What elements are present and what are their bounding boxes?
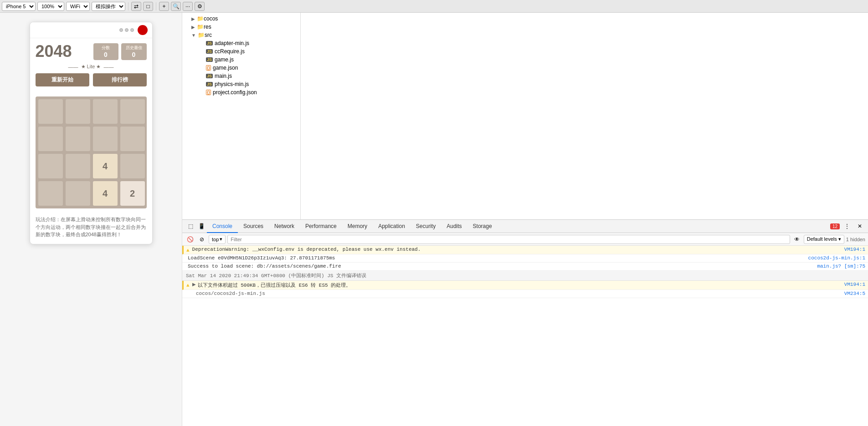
cell-0-2 (93, 99, 118, 124)
chevron-src: ▼ (191, 33, 196, 38)
tab-performance[interactable]: Performance (300, 219, 342, 233)
devtools-more-icon[interactable]: ⋮ (842, 221, 853, 232)
console-toolbar: 🚫 ⊘ top ▾ 👁 Default levels ▾ 1 hidden (182, 233, 868, 246)
game-buttons: 重新开始 排行榜 (36, 73, 147, 86)
tab-network[interactable]: Network (269, 219, 300, 233)
msg-loadscene-link[interactable]: cocos2d-js-min.js:1 (808, 255, 865, 261)
file-main[interactable]: JS main.js (182, 72, 300, 80)
file-physics[interactable]: JS physics-min.js (182, 80, 300, 88)
network-select[interactable]: WiFi (66, 2, 90, 11)
cell-3-3: 2 (120, 181, 145, 206)
folder-res[interactable]: ▶ 📁 res (182, 23, 300, 31)
tab-application[interactable]: Application (373, 219, 411, 233)
code-area (301, 13, 868, 219)
folder-icon-cocos: 📁 (197, 15, 204, 22)
msg-filesize-link[interactable]: VM194:1 (844, 282, 865, 287)
cell-3-2: 4 (93, 181, 118, 206)
score-value: 0 (98, 51, 114, 58)
console-filter-icon[interactable]: ⊘ (197, 234, 207, 244)
console-msg-success: Success to load scene: db://assets/scene… (182, 263, 868, 271)
msg-success-link[interactable]: main.js? [sm]:75 (817, 264, 865, 269)
mode-select[interactable]: 模拟操作 (92, 2, 125, 11)
rank-button[interactable]: 排行榜 (93, 73, 147, 86)
cell-0-1 (66, 99, 90, 124)
msg-cocos-path-link[interactable]: VM234:5 (844, 291, 865, 296)
settings-icon[interactable]: ⚙ (195, 2, 205, 11)
console-levels-select[interactable]: Default levels ▾ (804, 235, 844, 244)
expand-button[interactable]: ▶ (192, 282, 196, 287)
fullscreen-icon[interactable]: □ (143, 2, 153, 11)
error-badge: 12 (830, 223, 840, 229)
rotate-icon[interactable]: ⇄ (131, 2, 141, 11)
file-adapter[interactable]: JS adapter-min.js (182, 39, 300, 47)
console-eye-icon[interactable]: 👁 (792, 234, 802, 244)
tab-storage[interactable]: Storage (467, 219, 498, 233)
game-grid-container: 4 4 2 (30, 94, 152, 212)
cell-0-3 (120, 99, 145, 124)
more-icon[interactable]: ··· (183, 2, 193, 11)
console-msg-filesize: ▲ ▶ 以下文件体积超过 500KB，已强过压缩以及 ES6 转 ES5 的处理… (182, 281, 868, 290)
cell-0-0 (38, 99, 63, 124)
folder-src[interactable]: ▼ 📁 src (182, 31, 300, 39)
file-project-label: project.config.json (213, 89, 257, 96)
msg-deprecation-link[interactable]: VM194:1 (844, 247, 865, 252)
game-description: 玩法介绍：在屏幕上滑动来控制所有数字块向同一个方向运动，两个相同数字块撞在一起之… (30, 212, 152, 244)
warn-icon-2: ▲ (186, 283, 190, 288)
date-separator: Sat Mar 14 2020 21:49:34 GMT+0800 (中国标准时… (182, 271, 868, 281)
file-physics-label: physics-min.js (215, 81, 249, 87)
devtools-inspect-icon[interactable]: ⬚ (185, 221, 196, 232)
msg-filesize-text: 以下文件体积超过 500KB，已强过压缩以及 ES6 转 ES5 的处理。 (198, 282, 841, 289)
cell-2-3 (120, 154, 145, 178)
folder-cocos[interactable]: ▶ 📁 cocos (182, 15, 300, 23)
game-title-row: 2048 分数 0 历史最佳 0 (36, 42, 147, 61)
dot-2 (125, 28, 128, 32)
js-icon-game: JS (206, 57, 213, 62)
tab-console[interactable]: Console (207, 219, 238, 233)
console-filter-input[interactable] (227, 235, 790, 244)
best-value: 0 (126, 51, 142, 58)
score-label: 分数 (98, 45, 114, 51)
folder-icon-src: 📁 (198, 32, 205, 38)
hidden-badge: 1 hidden (846, 237, 865, 242)
score-box: 分数 0 (93, 43, 118, 60)
chevron-down-icon: ▾ (220, 236, 222, 242)
console-msg-cocos-path: cocos/cocos2d-js-min.js VM234:5 (182, 290, 868, 298)
file-project[interactable]: {} project.config.json (182, 88, 300, 96)
cell-3-0 (38, 181, 63, 206)
game-title: 2048 (36, 42, 72, 61)
console-context-select[interactable]: top ▾ (209, 235, 226, 244)
search-icon[interactable]: 🔍 (171, 2, 181, 11)
file-ccRequire[interactable]: JS ccRequire.js (182, 47, 300, 56)
score-boxes: 分数 0 历史最佳 0 (93, 43, 147, 60)
tab-memory[interactable]: Memory (342, 219, 373, 233)
devtools-device-icon[interactable]: 📱 (196, 221, 207, 232)
tab-sources[interactable]: Sources (238, 219, 269, 233)
zoom-select[interactable]: 100% (37, 2, 64, 11)
restart-button[interactable]: 重新开始 (36, 73, 89, 86)
record-button[interactable] (138, 25, 148, 35)
console-clear-icon[interactable]: 🚫 (185, 234, 195, 244)
js-icon-main: JS (206, 74, 213, 78)
phone-frame: 2048 分数 0 历史最佳 0 ——★ Lite ★—— (30, 22, 153, 244)
cell-1-1 (66, 127, 90, 151)
file-game-js[interactable]: JS game.js (182, 56, 300, 64)
msg-loadscene-text: LoadScene e0VdMH5N1D26p3Iz1uvAq3: 27.870… (188, 255, 805, 261)
devtools-close-icon[interactable]: ✕ (854, 221, 865, 232)
add-button[interactable]: + (159, 2, 169, 11)
folder-icon-res: 📁 (197, 24, 204, 30)
devtools-tabs: ⬚ 📱 Console Sources Network Performance … (182, 219, 868, 233)
toolbar-sep-1 (128, 2, 128, 10)
file-game-json[interactable]: {} game.json (182, 64, 300, 72)
file-main-label: main.js (215, 73, 232, 79)
tab-security[interactable]: Security (411, 219, 441, 233)
file-game-js-label: game.js (215, 56, 234, 63)
tab-audits[interactable]: Audits (441, 219, 467, 233)
best-box: 历史最佳 0 (121, 43, 147, 60)
warn-icon-1: ▲ (186, 248, 190, 253)
console-msg-deprecation: ▲ DeprecationWarning: __wxConfig.env is … (182, 246, 868, 254)
file-game-json-label: game.json (213, 65, 238, 71)
device-select[interactable]: iPhone 5 (2, 2, 36, 11)
right-area: ▶ 📁 cocos ▶ 📁 res ▼ 📁 src (182, 13, 868, 426)
js-icon-adapter: JS (206, 41, 213, 46)
js-icon-physics: JS (206, 82, 213, 86)
